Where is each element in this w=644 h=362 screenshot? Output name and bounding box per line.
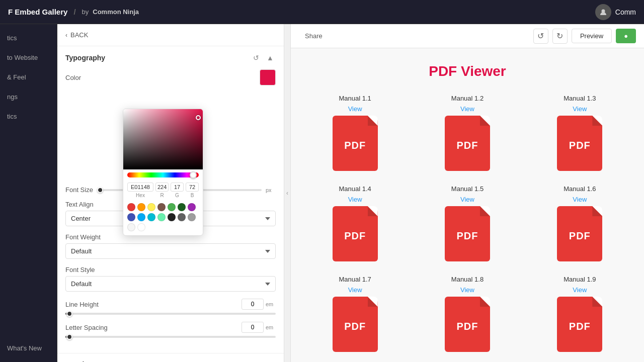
font-size-label: Font Size xyxy=(65,186,93,194)
g-label: G xyxy=(175,193,179,198)
panel-collapse-handle[interactable]: ‹ xyxy=(284,24,291,362)
pdf-item-label-2: Manual 1.3 xyxy=(564,95,596,102)
pdf-icon-2[interactable]: PDF xyxy=(557,116,602,171)
font-style-row: Font Style Default NormalItalic xyxy=(65,266,276,292)
preview-button[interactable]: Preview xyxy=(572,29,612,43)
hue-slider[interactable] xyxy=(127,172,199,177)
sidebar-item-things[interactable]: ngs xyxy=(0,87,57,107)
preset-green-light[interactable] xyxy=(157,213,166,221)
line-height-row: Line Height em xyxy=(65,299,276,315)
letter-spacing-input[interactable] xyxy=(242,322,264,333)
line-height-input[interactable] xyxy=(242,299,264,310)
sidebar-item-analytics[interactable]: tics xyxy=(0,28,57,48)
hex-label: Hex xyxy=(136,193,145,198)
preset-white[interactable] xyxy=(137,223,145,231)
color-presets xyxy=(123,201,203,235)
hex-input[interactable] xyxy=(127,183,153,192)
pdf-icon-6[interactable]: PDF xyxy=(333,297,378,352)
pdf-item-link-5[interactable]: View xyxy=(573,196,587,203)
pdf-icon-4[interactable]: PDF xyxy=(445,206,490,261)
preset-green-mid[interactable] xyxy=(168,203,176,211)
typography-title: Typography xyxy=(65,54,105,62)
typography-header[interactable]: Typography ↺ ▲ xyxy=(57,46,284,69)
font-weight-row: Font Weight Default 100400700 xyxy=(65,233,276,259)
typography-icons: ↺ ▲ xyxy=(251,52,276,63)
preset-indigo[interactable] xyxy=(127,213,135,221)
pdf-icon-1[interactable]: PDF xyxy=(445,116,490,171)
preset-grey-dark[interactable] xyxy=(178,213,186,221)
sidebar-item-metrics[interactable]: tics xyxy=(0,107,57,126)
color-row: Color xyxy=(65,69,276,85)
title-separator: / xyxy=(73,8,75,16)
preset-red[interactable] xyxy=(127,203,135,211)
typography-section: Typography ↺ ▲ Color xyxy=(57,46,284,353)
letter-spacing-slider[interactable] xyxy=(65,336,276,338)
pdf-item-label-8: Manual 1.9 xyxy=(564,276,596,283)
typography-content: Color Hex xyxy=(57,69,284,353)
pdf-item-label-4: Manual 1.5 xyxy=(451,185,484,193)
typography-collapse-icon[interactable]: ▲ xyxy=(265,52,276,63)
line-height-slider[interactable] xyxy=(65,313,276,315)
avatar[interactable] xyxy=(595,4,611,20)
redo-button[interactable]: ↻ xyxy=(552,29,568,44)
pdf-item: Manual 1.5 View PDF xyxy=(418,185,516,261)
back-button[interactable]: ‹ BACK xyxy=(57,24,284,46)
color-swatch[interactable] xyxy=(260,69,276,85)
preset-brown[interactable] xyxy=(157,203,166,211)
b-input[interactable] xyxy=(186,183,199,192)
color-gradient[interactable] xyxy=(123,109,203,169)
pdf-item: Manual 1.3 View PDF xyxy=(531,95,629,171)
pdf-item-link-4[interactable]: View xyxy=(460,196,474,203)
pdf-item-link-0[interactable]: View xyxy=(348,105,362,113)
preset-light[interactable] xyxy=(127,223,135,231)
sidebar-item-whats-new[interactable]: What's New xyxy=(0,338,57,358)
typography-reset-icon[interactable]: ↺ xyxy=(251,52,262,63)
preset-orange[interactable] xyxy=(137,203,145,211)
pdf-icon-7[interactable]: PDF xyxy=(445,297,490,352)
pdf-item-link-1[interactable]: View xyxy=(460,105,474,113)
r-input[interactable] xyxy=(155,183,169,192)
pdf-item-label-6: Manual 1.7 xyxy=(339,276,371,283)
line-height-label: Line Height xyxy=(65,301,99,308)
preset-purple[interactable] xyxy=(188,203,196,211)
toolbar-left: Share xyxy=(299,29,329,43)
comm-label: Comm xyxy=(615,8,636,16)
top-bar-right: Comm xyxy=(595,4,636,20)
sidebar-item-look-feel[interactable]: & Feel xyxy=(0,67,57,87)
preset-dark[interactable] xyxy=(168,213,176,221)
toolbar-right: ↺ ↻ Preview ● xyxy=(533,29,636,44)
pdf-icon-8[interactable]: PDF xyxy=(557,297,602,352)
undo-button[interactable]: ↺ xyxy=(533,29,548,44)
share-button[interactable]: Share xyxy=(299,29,329,43)
publish-button[interactable]: ● xyxy=(616,29,636,43)
sidebar-item-to-website[interactable]: to Website xyxy=(0,48,57,67)
pdf-item-label-5: Manual 1.6 xyxy=(564,185,596,193)
preset-light-blue[interactable] xyxy=(137,213,145,221)
preset-green-dark[interactable] xyxy=(178,203,186,211)
back-label: BACK xyxy=(70,31,88,39)
spacing-header[interactable]: Spacing ▼ xyxy=(57,353,284,362)
preset-grey[interactable] xyxy=(188,213,196,221)
brand-name: Common Ninja xyxy=(93,8,139,16)
app-title-area: F Embed Gallery / by Common Ninja xyxy=(8,8,139,16)
pdf-item-link-7[interactable]: View xyxy=(460,286,474,294)
left-sidebar: tics to Website & Feel ngs tics What's N… xyxy=(0,24,57,362)
pdf-icon-3[interactable]: PDF xyxy=(333,206,378,261)
pdf-item: Manual 1.2 View PDF xyxy=(418,95,516,171)
back-chevron-icon: ‹ xyxy=(65,32,67,39)
pdf-icon-5[interactable]: PDF xyxy=(557,206,602,261)
pdf-item-link-8[interactable]: View xyxy=(573,286,587,294)
font-style-select[interactable]: Default NormalItalic xyxy=(65,276,276,292)
pdf-item-link-2[interactable]: View xyxy=(573,105,587,113)
redo-icon: ↻ xyxy=(556,31,563,41)
font-weight-select[interactable]: Default 100400700 xyxy=(65,243,276,259)
r-input-group: R xyxy=(155,183,169,198)
pdf-item-link-3[interactable]: View xyxy=(348,196,362,203)
pdf-item: Manual 1.6 View PDF xyxy=(531,185,629,261)
g-input[interactable] xyxy=(171,183,184,192)
pdf-icon-0[interactable]: PDF xyxy=(333,116,378,171)
preset-cyan[interactable] xyxy=(147,213,155,221)
color-inputs: Hex R G B xyxy=(123,180,203,201)
preset-yellow[interactable] xyxy=(147,203,155,211)
pdf-item-link-6[interactable]: View xyxy=(348,286,362,294)
